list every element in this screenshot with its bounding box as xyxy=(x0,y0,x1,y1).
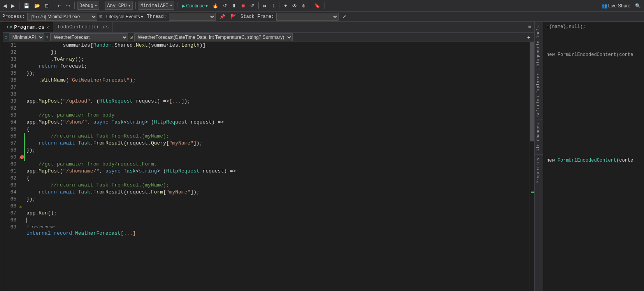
nav-member-dropdown[interactable]: WeatherForecast(DateTime Date, int Tempe… xyxy=(134,33,293,41)
right-panel-line: ={name},null); xyxy=(546,23,641,30)
right-panel-line xyxy=(546,37,641,44)
line-numbers: 3132333435363738395253545556575859606162… xyxy=(3,42,19,291)
code-line-58: }); xyxy=(26,147,530,154)
code-line-68 xyxy=(26,217,530,224)
right-panel: ={name},null); new FormUrlEncodedContent… xyxy=(543,22,644,291)
cpu-dropdown[interactable]: Any CPU ▾ xyxy=(105,2,133,10)
nav-class-dropdown[interactable]: WeatherForecast xyxy=(50,33,128,41)
line-number-36: 36 xyxy=(3,77,16,84)
exception-btn[interactable]: ✦ xyxy=(282,2,289,9)
search-button[interactable]: 🔍 xyxy=(633,2,642,9)
code-line-32: }) xyxy=(26,49,530,56)
scrollbar-track[interactable] xyxy=(530,42,534,291)
separator-2 xyxy=(53,2,53,9)
process-label: Process: xyxy=(2,14,25,19)
code-line-34: return forecast; xyxy=(26,63,530,70)
sidebar-tab-solution[interactable]: Solution Explorer xyxy=(535,70,543,120)
thread-selector[interactable] xyxy=(169,13,216,21)
scrollbar-thumb[interactable] xyxy=(530,42,534,141)
line-number-66: 66 xyxy=(3,203,16,210)
undo-button[interactable]: ↩ xyxy=(56,2,63,9)
nav-add-button[interactable]: + xyxy=(525,34,533,40)
right-panel-extra: new FormUrlEncodedContent(conte xyxy=(546,157,641,164)
line-number-53: 53 xyxy=(3,112,16,119)
locals-btn[interactable]: ⊕ xyxy=(300,2,307,9)
save-all-button[interactable]: ⊡ xyxy=(43,2,50,9)
cpu-arrow: ▾ xyxy=(128,3,131,9)
line-number-37: 37 xyxy=(3,84,16,91)
sidebar-tab-diagnostic[interactable]: Diagnostic Tools xyxy=(535,22,543,70)
code-line-53: //get parameter from body xyxy=(26,112,530,119)
separator-4 xyxy=(102,2,102,9)
nav-bar: ⊟ MinimalAPI ☀ WeatherForecast ⊡ Weather… xyxy=(3,33,534,42)
apply-changes-button[interactable]: ↺ xyxy=(249,2,256,9)
separator-6 xyxy=(177,2,177,9)
thread-pin-button[interactable]: 📌 xyxy=(218,13,227,20)
lifecycle-events-button[interactable]: Lifecycle Events ▾ xyxy=(105,13,145,20)
code-content[interactable]: summaries[Random.Shared.Next(summaries.L… xyxy=(25,42,530,291)
tab-close-program[interactable]: ✕ xyxy=(46,25,49,30)
thread-flag-button[interactable]: 🚩 xyxy=(229,13,238,20)
line-number-65: 65 xyxy=(3,196,16,203)
tab-program-cs[interactable]: C# Program.cs ✕ xyxy=(3,22,53,32)
watch-btn[interactable]: 👁 xyxy=(291,2,298,9)
bookmark-btn[interactable]: 🔖 xyxy=(313,2,322,9)
separator-5 xyxy=(135,2,136,9)
project-arrow: ▾ xyxy=(170,3,172,9)
code-line-64: return await Task.FromResult(request.For… xyxy=(26,189,530,196)
sidebar-tab-git[interactable]: Git Changes xyxy=(535,120,543,155)
tab-todocontroller[interactable]: TodoController.cs xyxy=(53,22,113,32)
line-number-63: 63 xyxy=(3,182,16,189)
process-selector[interactable]: [15776] MinimalAPI.exe xyxy=(27,13,97,21)
break-button[interactable]: ⏸ xyxy=(230,2,238,9)
debug-mode-dropdown[interactable]: Debug ▾ xyxy=(77,2,99,10)
code-line-65: }); xyxy=(26,196,530,203)
gutter: ⚠ ⚠ xyxy=(19,42,25,291)
live-share-button[interactable]: 👥 Live Share xyxy=(600,2,632,9)
line-number-67: 67 xyxy=(3,210,16,217)
tab-settings-button[interactable]: ≡ xyxy=(525,22,534,32)
text-cursor xyxy=(26,218,27,223)
line-number-61: 61 xyxy=(3,168,16,175)
code-line-52 xyxy=(26,105,530,112)
continue-button[interactable]: ▶ Continue ▾ xyxy=(180,2,209,9)
line-number-32: 32 xyxy=(3,49,16,56)
back-button[interactable]: ◀ xyxy=(2,2,8,9)
right-panel-line xyxy=(546,65,641,72)
separator-1 xyxy=(19,2,19,9)
warning-icon-69: ⚠ xyxy=(19,204,22,209)
sidebar-tab-properties[interactable]: Properties xyxy=(535,154,543,186)
line-number-54: 54 xyxy=(3,119,16,126)
code-line-61: app.MapPost("/showname/", async Task<str… xyxy=(26,168,530,175)
code-line-57: return await Task.FromResult(request.Que… xyxy=(26,140,530,147)
forward-button[interactable]: ▶ xyxy=(10,2,16,9)
restart-button[interactable]: ↺ xyxy=(221,2,228,9)
stop-button[interactable]: ⏹ xyxy=(239,2,247,9)
hot-reload-button[interactable]: 🔥 xyxy=(211,2,220,9)
code-line-67: app.Run(); xyxy=(26,210,530,217)
save-button[interactable]: 💾 xyxy=(22,2,31,9)
code-line-60: //get paramater from body/request.Form. xyxy=(26,161,530,168)
main-layout: C# Program.cs ✕ TodoController.cs ≡ ⊟ Mi… xyxy=(0,22,644,291)
stack-expand-button[interactable]: ⤢ xyxy=(341,13,348,20)
ref-count-line-69: 1 reference xyxy=(26,224,530,230)
line-number-33: 33 xyxy=(3,56,16,63)
lifecycle-icon: ⊡ xyxy=(100,14,102,19)
nav-project-dropdown[interactable]: MinimalAPI xyxy=(9,33,44,41)
line-number-55: 55 xyxy=(3,126,16,133)
nav-project-icon: ⊟ xyxy=(3,35,9,40)
editor-container: C# Program.cs ✕ TodoController.cs ≡ ⊟ Mi… xyxy=(3,22,534,291)
tab-label-program: Program.cs xyxy=(14,24,44,30)
line-number-60: 60 xyxy=(3,161,16,168)
redo-button[interactable]: ↪ xyxy=(65,2,72,9)
step-in-button[interactable]: ⤵ xyxy=(271,2,276,9)
scrollbar-marker-green xyxy=(531,192,534,193)
tab-label-todo: TodoController.cs xyxy=(57,24,109,30)
nav-class-icon: ☀ xyxy=(44,34,51,40)
code-line-63: //return await Task.FromResult(myName); xyxy=(26,182,530,189)
stack-frame-selector[interactable] xyxy=(276,13,339,21)
open-button[interactable]: 📂 xyxy=(33,2,42,9)
step-over-button[interactable]: ⏭ xyxy=(261,2,269,9)
project-dropdown[interactable]: MinimalAPI ▾ xyxy=(139,2,174,10)
debug-toolbar: ◀ ▶ 💾 📂 ⊡ ↩ ↪ Debug ▾ Any CPU ▾ MinimalA… xyxy=(0,0,644,12)
